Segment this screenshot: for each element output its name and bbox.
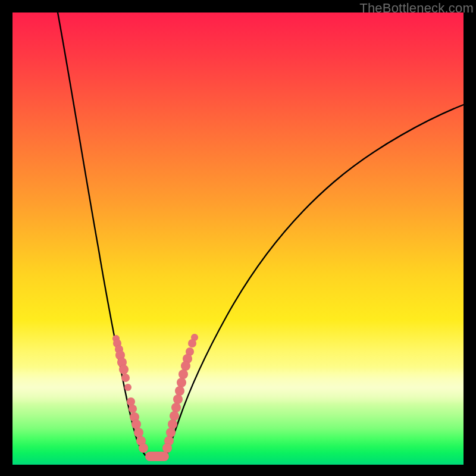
highlight-dot xyxy=(177,378,186,387)
highlight-dot xyxy=(188,339,196,347)
highlight-dot xyxy=(162,443,172,453)
highlight-dot xyxy=(178,369,188,379)
plot-frame xyxy=(12,12,464,465)
highlight-dot xyxy=(121,374,130,382)
curves-svg xyxy=(12,12,464,465)
highlight-dot xyxy=(139,443,148,453)
highlight-dot xyxy=(129,405,137,413)
highlight-dot xyxy=(127,397,135,406)
highlight-dot xyxy=(173,394,183,404)
highlight-dot xyxy=(181,361,190,371)
left-curve xyxy=(58,12,145,455)
highlight-dot xyxy=(168,419,177,429)
highlight-dot xyxy=(131,419,141,429)
highlight-dot xyxy=(124,384,131,391)
right-dot-cluster xyxy=(162,334,198,453)
highlight-dot xyxy=(134,428,143,437)
right-curve xyxy=(167,105,464,455)
highlight-dot xyxy=(119,365,129,374)
highlight-dot xyxy=(170,411,179,421)
highlight-dot xyxy=(166,428,176,437)
highlight-dot xyxy=(175,386,184,396)
bottom-blob xyxy=(145,452,169,461)
highlight-dot xyxy=(171,403,181,412)
left-dot-cluster xyxy=(112,335,148,453)
